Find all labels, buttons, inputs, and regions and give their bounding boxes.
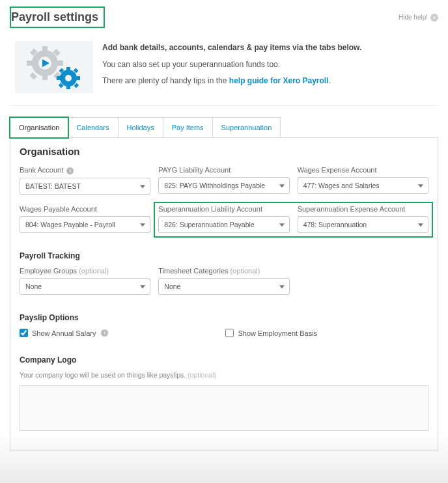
label-wages-expense: Wages Expense Account bbox=[298, 166, 428, 174]
chevron-down-icon bbox=[418, 223, 423, 227]
hide-help-link[interactable]: Hide help! × bbox=[399, 14, 438, 21]
info-icon[interactable]: i bbox=[101, 329, 108, 337]
select-wages-expense-value: 477: Wages and Salaries bbox=[303, 182, 380, 189]
chevron-down-icon bbox=[140, 285, 145, 288]
label-wages-payable: Wages Payable Account bbox=[20, 205, 150, 213]
label-timesheet-categories-text: Timesheet Categories bbox=[158, 267, 228, 275]
organisation-panel: Organisation Bank Account i BATEST: BATE… bbox=[10, 137, 438, 451]
select-super-liability[interactable]: 826: Superannuation Payable bbox=[158, 216, 289, 233]
section-company-logo: Company Logo bbox=[20, 355, 428, 365]
checkbox-show-employment-basis-label: Show Employment Basis bbox=[238, 329, 317, 337]
tab-superannuation[interactable]: Superannuation bbox=[213, 118, 281, 137]
select-wages-payable-value: 804: Wages Payable - Payroll bbox=[25, 221, 115, 228]
intro-line-2: You can also set up your superannuation … bbox=[102, 58, 433, 71]
label-employee-groups-text: Employee Groups bbox=[20, 267, 77, 275]
info-icon[interactable]: i bbox=[66, 167, 74, 174]
label-timesheet-categories: Timesheet Categories (optional) bbox=[158, 267, 289, 275]
select-super-expense[interactable]: 478: Superannuation bbox=[298, 216, 428, 233]
chevron-down-icon bbox=[279, 285, 285, 288]
company-logo-hint: Your company logo will be used on things… bbox=[20, 371, 428, 379]
svg-rect-4 bbox=[57, 61, 63, 66]
field-super-expense: Superannuation Expense Account 478: Supe… bbox=[298, 205, 428, 233]
tab-calendars[interactable]: Calendars bbox=[68, 118, 118, 137]
help-guide-link[interactable]: help guide for Xero Payroll bbox=[229, 76, 329, 85]
select-super-liability-value: 826: Superannuation Payable bbox=[164, 221, 254, 228]
svg-rect-8 bbox=[29, 72, 36, 79]
page-title: Payroll settings bbox=[10, 7, 105, 28]
field-bank-account: Bank Account i BATEST: BATEST bbox=[20, 166, 150, 195]
section-payslip-options: Payslip Options bbox=[20, 313, 428, 322]
field-wages-expense: Wages Expense Account 477: Wages and Sal… bbox=[298, 166, 428, 195]
intro-line-3-pre: There are plenty of handy tips in the bbox=[102, 76, 229, 85]
label-bank-account: Bank Account i bbox=[20, 166, 150, 174]
chevron-down-icon bbox=[418, 184, 423, 187]
optional-text: (optional) bbox=[79, 267, 109, 275]
tab-pay-items[interactable]: Pay Items bbox=[163, 118, 213, 137]
select-bank-account[interactable]: BATEST: BATEST bbox=[20, 178, 150, 195]
field-super-liability: Superannuation Liability Account 826: Su… bbox=[158, 205, 289, 233]
company-logo-hint-text: Your company logo will be used on things… bbox=[20, 371, 186, 379]
label-payg-liability: PAYG Liability Account bbox=[158, 166, 289, 174]
select-wages-expense[interactable]: 477: Wages and Salaries bbox=[298, 177, 428, 194]
label-employee-groups: Employee Groups (optional) bbox=[20, 267, 150, 275]
highlighted-super-fields: Superannuation Liability Account 826: Su… bbox=[154, 202, 433, 238]
chevron-down-icon bbox=[279, 184, 285, 187]
checkbox-show-annual-salary-label: Show Annual Salary bbox=[32, 329, 96, 337]
svg-rect-13 bbox=[66, 85, 70, 89]
tab-holidays[interactable]: Holidays bbox=[119, 118, 163, 137]
intro-line-3: There are plenty of handy tips in the he… bbox=[102, 74, 433, 87]
field-employee-groups: Employee Groups (optional) None bbox=[20, 267, 150, 295]
select-employee-groups-value: None bbox=[25, 283, 42, 290]
hide-help-label: Hide help! bbox=[399, 14, 428, 21]
chevron-down-icon bbox=[140, 185, 145, 188]
intro-line-3-post: . bbox=[329, 76, 331, 85]
label-super-expense: Superannuation Expense Account bbox=[298, 205, 428, 213]
select-timesheet-categories-value: None bbox=[164, 283, 180, 290]
section-payroll-tracking: Payroll Tracking bbox=[20, 251, 428, 260]
select-bank-account-value: BATEST: BATEST bbox=[25, 182, 81, 190]
select-super-expense-value: 478: Superannuation bbox=[303, 221, 367, 228]
checkbox-show-employment-basis-input[interactable] bbox=[225, 329, 234, 337]
svg-rect-3 bbox=[27, 61, 33, 66]
field-payg-liability: PAYG Liability Account 825: PAYG Withhol… bbox=[158, 166, 289, 195]
tabs: Organisation Calendars Holidays Pay Item… bbox=[10, 117, 281, 137]
chevron-down-icon bbox=[279, 223, 285, 227]
chevron-down-icon bbox=[140, 223, 145, 227]
svg-rect-14 bbox=[57, 76, 61, 80]
svg-point-20 bbox=[65, 75, 72, 81]
checkbox-show-annual-salary[interactable]: Show Annual Salary i bbox=[20, 329, 108, 337]
checkbox-show-employment-basis[interactable]: Show Employment Basis bbox=[225, 329, 317, 337]
select-payg-liability-value: 825: PAYG Withholdings Payable bbox=[164, 182, 265, 189]
gears-illustration bbox=[15, 41, 93, 93]
intro-card: Add bank details, accounts, calendars & … bbox=[10, 34, 438, 105]
label-super-liability: Superannuation Liability Account bbox=[158, 205, 289, 213]
company-logo-upload[interactable] bbox=[20, 385, 428, 431]
checkbox-show-annual-salary-input[interactable] bbox=[20, 329, 28, 337]
close-icon: × bbox=[430, 14, 438, 21]
field-wages-payable: Wages Payable Account 804: Wages Payable… bbox=[20, 205, 150, 233]
panel-title: Organisation bbox=[20, 146, 428, 157]
select-wages-payable[interactable]: 804: Wages Payable - Payroll bbox=[20, 216, 150, 233]
select-timesheet-categories[interactable]: None bbox=[158, 278, 289, 295]
optional-text: (optional) bbox=[231, 267, 260, 275]
svg-rect-12 bbox=[66, 67, 70, 72]
intro-headline: Add bank details, accounts, calendars & … bbox=[102, 41, 433, 54]
svg-rect-15 bbox=[76, 76, 80, 80]
field-timesheet-categories: Timesheet Categories (optional) None bbox=[158, 267, 289, 295]
label-bank-account-text: Bank Account bbox=[20, 166, 63, 174]
svg-rect-2 bbox=[42, 74, 48, 80]
optional-text: (optional) bbox=[188, 371, 216, 379]
svg-rect-1 bbox=[42, 46, 48, 53]
select-payg-liability[interactable]: 825: PAYG Withholdings Payable bbox=[158, 177, 289, 194]
select-employee-groups[interactable]: None bbox=[20, 278, 150, 295]
tab-organisation[interactable]: Organisation bbox=[9, 117, 69, 139]
